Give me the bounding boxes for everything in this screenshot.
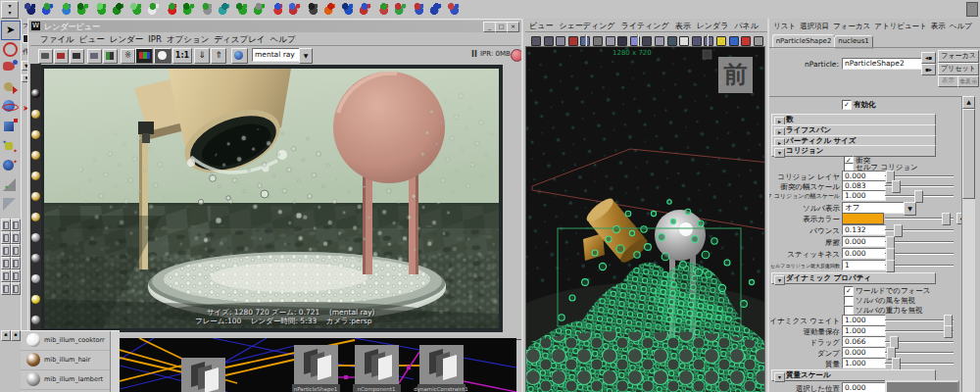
material-list-item[interactable]: mib_illum_cooktorr — [21, 331, 120, 351]
viewport-toolbar-icon[interactable] — [704, 36, 713, 46]
material-swatch[interactable] — [31, 89, 40, 98]
material-list-item[interactable]: mib_illum_hair — [21, 351, 120, 370]
node-graph[interactable]: nParticleShape1nComponent1dynamicConstra… — [120, 338, 516, 392]
open-render-globals-icon[interactable] — [231, 48, 248, 64]
iterations-field[interactable]: 1 — [842, 260, 886, 270]
attribute-editor-menu-item[interactable]: 選択項目 — [800, 22, 829, 31]
attribute-editor-menu-item[interactable]: 表示 — [931, 22, 946, 31]
layout-shortcut-button[interactable] — [11, 282, 21, 295]
viewport-toolbar-icon[interactable] — [679, 36, 689, 46]
shelf-tool-icon[interactable] — [270, 2, 284, 16]
material-swatch[interactable] — [31, 130, 40, 139]
show-button[interactable]: 表示 — [938, 75, 958, 87]
shelf-tool-icon[interactable] — [253, 2, 267, 16]
layout-shortcut-button[interactable] — [1, 257, 11, 270]
shelf-tool-icon[interactable] — [182, 2, 196, 16]
snapshot-icon[interactable] — [87, 49, 102, 64]
viewport-toolbar-icon[interactable] — [593, 36, 603, 46]
keep-image-icon[interactable]: ⇓ — [194, 48, 210, 64]
attribute-editor-menu-item[interactable]: ヘルプ — [950, 22, 972, 31]
render-region-icon[interactable] — [38, 49, 53, 64]
world-force-checkbox[interactable] — [844, 286, 854, 296]
alpha-channel-button[interactable] — [154, 48, 172, 64]
prev-node-button[interactable]: ◂▪ — [921, 52, 936, 64]
attribute-editor-menu-item[interactable]: フォーカス — [833, 22, 870, 31]
material-swatch[interactable] — [31, 213, 40, 221]
viewport-menu-item[interactable]: 表示 — [675, 21, 691, 31]
shelf-tool-icon[interactable] — [200, 2, 214, 16]
viewport-toolbar-icon[interactable] — [741, 36, 751, 46]
ae-scrollbar[interactable]: ▲ — [961, 96, 975, 392]
shelf-tool-icon[interactable] — [288, 2, 302, 16]
shelf-tool-icon[interactable] — [129, 2, 143, 16]
render-icon[interactable] — [54, 49, 69, 64]
stickiness-field[interactable]: 0.000 — [842, 248, 886, 259]
shelf-tool-icon[interactable] — [376, 2, 390, 16]
viewport-menu-item[interactable]: ビュー — [529, 21, 553, 31]
self-width-field[interactable]: 1.000 — [842, 190, 886, 201]
section-dynamic[interactable]: ▾ダイナミック プロパティ — [771, 272, 936, 284]
layout-shortcut-button[interactable] — [1, 231, 11, 244]
preset-button[interactable]: プリセット — [938, 63, 979, 75]
drag-field[interactable]: 0.066 — [842, 336, 886, 347]
material-swatch[interactable] — [31, 274, 40, 283]
bounce-slider[interactable] — [894, 224, 903, 237]
display-color-slider[interactable] — [942, 213, 951, 225]
scale-tool[interactable] — [2, 119, 18, 134]
layout-shortcut-button[interactable] — [11, 231, 21, 244]
viewport-toolbar-icon[interactable] — [642, 36, 652, 46]
material-list-item[interactable]: mib_illum_lambert — [21, 370, 120, 390]
node-name-field[interactable]: nParticleShape2 — [842, 58, 922, 70]
layout-shortcut-button[interactable] — [1, 244, 11, 257]
last-tool[interactable] — [2, 197, 18, 213]
shelf-tool-icon[interactable] — [235, 2, 249, 16]
viewport-toolbar-icon[interactable] — [692, 36, 702, 46]
refresh-icon[interactable]: ※ — [121, 49, 135, 64]
viewport-menu-item[interactable]: ライティング — [621, 21, 669, 31]
viewport-toolbar-icon[interactable] — [531, 36, 541, 46]
display-color-swatch[interactable] — [842, 213, 884, 224]
solver-display-arrow[interactable]: ▼ — [904, 202, 916, 216]
render-settings-icon[interactable] — [103, 49, 118, 64]
ipr-render-icon[interactable] — [70, 49, 84, 64]
viewport-toolbar-icon[interactable] — [667, 36, 677, 46]
remove-image-icon[interactable]: ⇑ — [211, 48, 226, 64]
render-view-titlebar[interactable]: W レンダービュー _ □ × — [29, 21, 521, 32]
viewport-toolbar-icon[interactable] — [754, 36, 763, 46]
viewport-toolbar-icon[interactable] — [544, 36, 554, 46]
shelf-tool-icon[interactable] — [447, 2, 461, 16]
collide-width-slider[interactable] — [892, 180, 901, 193]
layout-extra-button[interactable]: ▪ — [1, 330, 11, 341]
material-swatch[interactable] — [31, 233, 40, 242]
shelf-tool-icon[interactable] — [412, 2, 425, 16]
material-swatch[interactable] — [31, 172, 40, 180]
shelf-tool-icon[interactable] — [359, 2, 372, 16]
section-collision[interactable]: ▾コリジョン — [771, 145, 936, 157]
layout-extra-button2[interactable]: ▪ — [11, 330, 21, 341]
select-tool[interactable]: ➤ — [1, 21, 21, 40]
rotate-tool[interactable] — [2, 99, 18, 115]
enable-checkbox[interactable] — [842, 100, 852, 110]
focus-button[interactable]: フォーカス — [938, 50, 979, 63]
renderer-dropdown[interactable]: mental ray — [252, 48, 305, 62]
layout-shortcut-button[interactable] — [1, 282, 11, 295]
shader-node[interactable]: dynamicConstraint1 — [414, 345, 468, 392]
viewport-toolbar-icon[interactable] — [556, 36, 565, 46]
shader-node[interactable]: nParticleShape1 — [292, 345, 340, 392]
shelf-tool-icon[interactable] — [429, 2, 443, 16]
material-list-scrollbar[interactable] — [110, 331, 120, 392]
renderer-dropdown-arrow[interactable]: ▼ — [299, 48, 313, 64]
shelf-tool-icon[interactable] — [41, 2, 55, 16]
shelf-scroll-icon[interactable] — [966, 2, 978, 17]
layout-shortcut-button[interactable] — [11, 244, 21, 257]
shader-node[interactable]: nComponent1 — [353, 345, 401, 392]
shader-node[interactable] — [181, 358, 225, 392]
material-swatch[interactable] — [31, 110, 40, 119]
shelf-tool-icon[interactable] — [341, 2, 355, 16]
weight-field[interactable]: 1.000 — [842, 315, 886, 325]
shelf-tool-icon[interactable] — [24, 2, 37, 16]
scrollbar-thumb[interactable] — [962, 109, 975, 199]
selected-pos-field[interactable]: 0.000 — [842, 382, 886, 392]
paint-select-tool[interactable] — [2, 60, 18, 75]
shelf-tool-icon[interactable] — [306, 2, 319, 16]
